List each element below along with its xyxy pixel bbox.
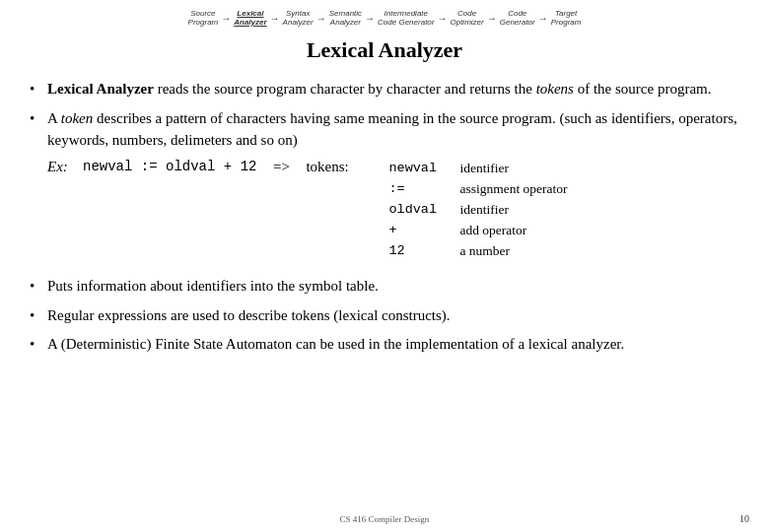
pipeline-source: Source Program [188,10,219,28]
example-label: Ex: [47,159,83,175]
bullet-dot-4: • [30,305,47,327]
example-code: newval := oldval + 12 [83,159,256,174]
bullet-text-4: Regular expressions are used to describe… [47,305,739,327]
tokens-italic-1: tokens [536,81,574,97]
token-row-4: 12 a number [388,241,567,262]
example-tokens-label: tokens: [306,159,384,175]
pipeline-semantic: Semantic Analyzer [329,10,362,28]
bullet-5: • A (Deterministic) Finite State Automat… [30,334,739,356]
arrow-1: → [221,13,231,24]
lexical-analyzer-bold: Lexical Analyzer [47,81,154,97]
example-arrow: => [256,159,306,175]
pipeline-intermediate: Intermediate Code Generator [378,10,434,28]
bullet-text-3: Puts information about identifiers into … [47,276,739,298]
footer-center: CS 416 Compiler Design [0,514,769,524]
page-title: Lexical Analyzer [30,37,739,63]
token-val-1: := [388,179,448,200]
pipeline-target: Target Program [551,10,582,28]
example-row: Ex: newval := oldval + 12 => tokens: new… [47,159,739,262]
arrow-3: → [316,13,326,24]
token-desc-1: assignment operator [459,179,567,200]
bullet-2: • A token describes a pattern of charact… [30,108,739,152]
bullet-3: • Puts information about identifiers int… [30,276,739,298]
token-row-3: + add operator [388,221,567,241]
token-desc-0: identifier [459,159,508,179]
bullet-text-2: A token describes a pattern of character… [47,108,739,152]
token-row-0: newval identifier [388,159,567,179]
arrow-7: → [538,13,548,24]
bottom-bullets: • Puts information about identifiers int… [30,276,739,356]
token-desc-2: identifier [459,200,508,221]
arrow-5: → [437,13,447,24]
arrow-4: → [365,13,375,24]
token-desc-4: a number [459,241,510,262]
token-val-0: newval [388,159,448,179]
example-tokens-table: newval identifier := assignment operator… [388,159,567,262]
pipeline-bar: Source Program → Lexical Analyzer → Synt… [0,8,769,30]
page-content: Lexical Analyzer • Lexical Analyzer read… [30,37,739,502]
bullet-dot-2: • [30,108,47,130]
footer-text: CS 416 Compiler Design [340,514,430,524]
pipeline-generator: Code Generator [500,10,535,28]
arrow-6: → [487,13,497,24]
bullet-text-5: A (Deterministic) Finite State Automaton… [47,334,739,356]
arrow-2: → [270,13,280,24]
bullet-dot-5: • [30,334,47,356]
bullet-dot-3: • [30,276,47,298]
pipeline-lexical: Lexical Analyzer [234,10,266,28]
token-row-2: oldval identifier [388,200,567,221]
token-val-4: 12 [388,241,448,262]
bullet-4: • Regular expressions are used to descri… [30,305,739,327]
bullet-dot-1: • [30,79,47,100]
token-row-1: := assignment operator [388,179,567,200]
bullet-text-1: Lexical Analyzer reads the source progra… [47,79,739,100]
footer-page: 10 [739,513,749,524]
bullet-1: • Lexical Analyzer reads the source prog… [30,79,739,100]
pipeline-optimizer: Code Optimizer [450,10,483,28]
pipeline-syntax: Syntax Analyzer [283,10,314,28]
token-italic-2: token [61,110,93,126]
token-val-3: + [388,221,448,241]
token-desc-3: add operator [459,221,526,241]
token-val-2: oldval [388,200,448,221]
